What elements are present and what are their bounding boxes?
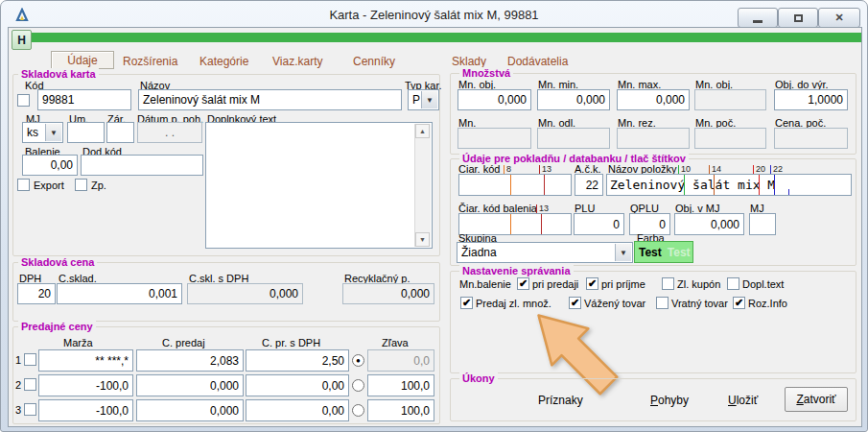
app-window: Karta - Zeleninový šalát mix M, 99881 ✕ … bbox=[0, 0, 868, 432]
maximize-button[interactable] bbox=[778, 8, 818, 28]
pohyby-button[interactable]: Pohyby bbox=[650, 394, 689, 407]
order-in-unit-field[interactable]: 0,000 bbox=[674, 213, 744, 235]
price-row3-radio[interactable] bbox=[352, 404, 364, 417]
register-unit-field[interactable] bbox=[749, 213, 776, 235]
chevron-down-icon[interactable]: ▼ bbox=[45, 124, 61, 141]
tab-udaje[interactable]: Údaje bbox=[51, 51, 114, 69]
margin-field-3[interactable]: -100,0 bbox=[38, 399, 133, 421]
price-row3-checkbox[interactable] bbox=[24, 403, 36, 416]
checkbox-pri-predaji[interactable]: ✔ bbox=[517, 277, 529, 290]
scroll-up-icon[interactable]: ▲ bbox=[415, 124, 430, 138]
warranty-field[interactable] bbox=[106, 122, 134, 143]
quick-h-button[interactable]: H bbox=[12, 30, 32, 50]
vat-field[interactable]: 20 bbox=[17, 283, 56, 304]
chevron-down-icon[interactable]: ▼ bbox=[421, 91, 437, 108]
price-field-2[interactable]: 0,000 bbox=[136, 374, 244, 396]
price-row2-radio[interactable] bbox=[352, 379, 364, 392]
zp-checkbox-label: Zp. bbox=[91, 180, 106, 191]
discount-header: Zľava bbox=[382, 337, 409, 348]
zatvorit-button[interactable]: Zatvoriť bbox=[785, 387, 848, 412]
checkbox-dopl-text-label: Dopl.text bbox=[742, 278, 784, 290]
location-field[interactable] bbox=[67, 122, 105, 143]
checkbox-pri-prijme[interactable]: ✔ bbox=[586, 277, 598, 290]
stock-price-vat-field: 0,000 bbox=[187, 283, 303, 304]
group-behavior-title: Nastavenie správania bbox=[459, 265, 574, 276]
name-field[interactable]: Zeleninový šalát mix M bbox=[138, 89, 402, 110]
checkbox-zl-kupon[interactable] bbox=[662, 277, 674, 290]
tab-viaz-karty[interactable]: Viaz.karty bbox=[272, 55, 322, 68]
checkbox-vratny-tovar[interactable] bbox=[656, 297, 669, 309]
qty-odl-field bbox=[537, 128, 610, 149]
price-row-num: 1 bbox=[15, 354, 21, 366]
package-qty-label: Mn.balenie bbox=[459, 278, 511, 290]
group-stock-price-title: Skladová cena bbox=[18, 256, 97, 268]
export-checkbox[interactable] bbox=[17, 179, 30, 191]
package-field[interactable]: 0,00 bbox=[22, 155, 78, 176]
plu-field[interactable]: 0 bbox=[574, 213, 624, 235]
checkbox-pri-predaji-label: pri predaji bbox=[532, 278, 578, 290]
last-move-date-field: . . bbox=[137, 122, 202, 143]
minimize-icon bbox=[753, 20, 762, 23]
color-sample-text-faded: Test bbox=[668, 246, 691, 259]
extra-text-scrollbar[interactable]: ▲ ▼ bbox=[414, 124, 431, 247]
ulozit-button[interactable]: Uložiť bbox=[728, 394, 758, 407]
accent-bar bbox=[31, 33, 861, 42]
item-name-field[interactable]: Zeleninový šalát mix M bbox=[606, 174, 852, 196]
close-button[interactable]: ✕ bbox=[818, 8, 860, 28]
unit-value: ks bbox=[27, 126, 38, 139]
qty-min-field[interactable]: 0,000 bbox=[537, 89, 610, 110]
tab-kategorie[interactable]: Kategórie bbox=[199, 55, 248, 68]
scroll-down-icon[interactable]: ▼ bbox=[415, 232, 430, 247]
margin-field-1[interactable]: ** ***,* bbox=[38, 349, 133, 372]
price-field-3[interactable]: 0,000 bbox=[136, 399, 244, 421]
discount-field-3[interactable]: 100,0 bbox=[367, 399, 434, 421]
qty-order-field[interactable]: 0,000 bbox=[457, 89, 531, 110]
code-checkbox[interactable] bbox=[17, 94, 30, 107]
chevron-down-icon[interactable]: ▼ bbox=[615, 244, 631, 261]
price-vat-field-3[interactable]: 0,00 bbox=[246, 399, 349, 421]
tab-cenniky[interactable]: Cenníky bbox=[353, 55, 395, 68]
package-barcode-ruler-line-13 bbox=[541, 214, 542, 234]
discount-field-2[interactable]: 100,0 bbox=[367, 374, 434, 396]
price-vat-field-2[interactable]: 0,00 bbox=[246, 374, 349, 396]
color-sample-text: Test bbox=[639, 246, 662, 259]
qty-max-field[interactable]: 0,000 bbox=[617, 89, 690, 110]
tab-sklady[interactable]: Sklady bbox=[452, 55, 486, 68]
barcode-field[interactable] bbox=[458, 174, 572, 196]
barcode-marker-8: 8 bbox=[504, 165, 511, 174]
group-sale-prices-title: Predajné ceny bbox=[18, 321, 96, 332]
price-field-1[interactable]: 2,083 bbox=[136, 349, 244, 372]
price-vat-header: C. pr. s DPH bbox=[262, 337, 320, 348]
priznaky-button[interactable]: Príznaky bbox=[538, 394, 583, 407]
item-name-ruler-line-10 bbox=[684, 175, 685, 195]
checkbox-predaj-zl-mnoz[interactable]: ✔ bbox=[460, 297, 473, 309]
qty-to-production-field[interactable]: 1,0000 bbox=[774, 89, 848, 110]
code-field[interactable]: 99881 bbox=[37, 89, 131, 110]
tab-dodavatelia[interactable]: Dodávatelia bbox=[507, 55, 568, 68]
group-value: Žiadna bbox=[461, 246, 497, 259]
item-name-marker-20: 20 bbox=[753, 165, 765, 174]
price-vat-field-1[interactable]: 2,50 bbox=[246, 349, 349, 372]
supplier-code-field[interactable] bbox=[81, 155, 203, 176]
group-combobox[interactable]: Žiadna ▼ bbox=[457, 242, 633, 263]
extra-text-textarea[interactable]: ▲ ▼ bbox=[205, 122, 433, 249]
package-barcode-marker-13: 13 bbox=[536, 204, 549, 213]
price-row1-checkbox[interactable] bbox=[24, 353, 36, 366]
margin-header: Marža bbox=[63, 337, 93, 348]
acn-field[interactable]: 22 bbox=[575, 174, 603, 196]
checkbox-dopl-text[interactable] bbox=[727, 277, 739, 290]
stock-price-field[interactable]: 0,001 bbox=[57, 283, 182, 304]
unit-combobox[interactable]: ks ▼ bbox=[22, 122, 63, 143]
group-quantities-title: Množstvá bbox=[459, 67, 513, 79]
checkbox-roz-info[interactable]: ✔ bbox=[733, 297, 745, 309]
tab-rozsirenia[interactable]: Rozšírenia bbox=[123, 55, 177, 68]
price-row2-checkbox[interactable] bbox=[24, 378, 36, 391]
margin-field-2[interactable]: -100,0 bbox=[38, 374, 133, 396]
minimize-button[interactable] bbox=[738, 8, 778, 28]
price-row1-radio[interactable]: ● bbox=[352, 354, 364, 367]
price-header: C. predaj bbox=[162, 337, 205, 348]
card-type-combobox[interactable]: P ▼ bbox=[408, 89, 439, 110]
qty-stock-field bbox=[457, 128, 531, 149]
zp-checkbox[interactable] bbox=[75, 179, 87, 191]
color-sample[interactable]: Test Test bbox=[634, 241, 693, 263]
